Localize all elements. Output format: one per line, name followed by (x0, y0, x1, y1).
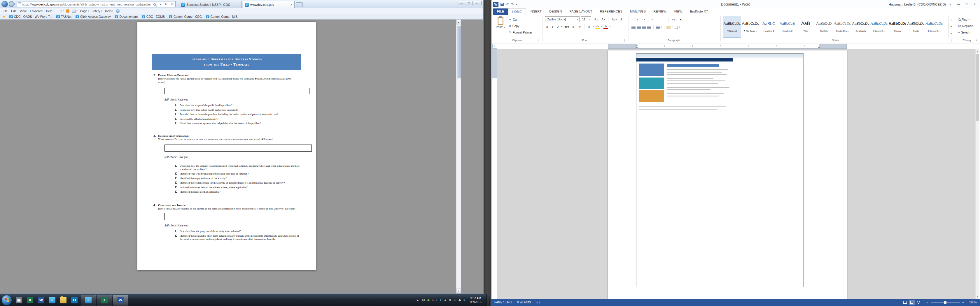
style-no-spacing[interactable]: AaBbCcDc¶ No Spac... (741, 16, 759, 38)
checkbox[interactable] (175, 109, 177, 111)
taskbar-clock[interactable]: 9:07 AM 9/7/2016 (468, 296, 484, 304)
style-title[interactable]: AaBTitle (797, 16, 815, 38)
checkbox[interactable] (175, 186, 177, 188)
bold-button[interactable]: B (545, 24, 549, 29)
tab-close-icon[interactable]: × (291, 3, 292, 6)
tools-menu-button[interactable]: Tools▾ (104, 10, 113, 13)
tab-file[interactable]: FILE (493, 8, 508, 15)
undo-button[interactable]: ↶ (506, 2, 509, 6)
maximize-button[interactable]: □ (963, 2, 970, 7)
font-color-button[interactable]: A (603, 24, 608, 29)
proofing-status-icon[interactable]: ✓ (536, 301, 540, 304)
scroll-up-button[interactable]: ▲ (457, 19, 461, 24)
feeds-button[interactable] (66, 10, 69, 13)
browser-tab-wwwdev[interactable]: e wwwdev.cdc.gov × (243, 1, 294, 8)
checkbox[interactable] (175, 182, 177, 184)
menu-file[interactable]: File (3, 10, 8, 13)
favorite-link-comm-corps-cdc[interactable]: eComm. Corps - CDC (167, 14, 204, 19)
bullets-button[interactable] (632, 18, 636, 21)
grow-font-button[interactable]: A▴ (593, 17, 599, 22)
tray-mail-icon[interactable]: ✉ (422, 298, 425, 302)
tab-page-layout[interactable]: PAGE LAYOUT (566, 8, 596, 15)
copy-button[interactable]: ⧉Copy (509, 23, 519, 29)
zoom-out-button[interactable]: − (927, 301, 928, 304)
style-normal[interactable]: AaBbCcDc¶ Normal (723, 16, 741, 38)
search-icon[interactable] (152, 2, 157, 7)
style-quote[interactable]: AaBbCcDcQuote (907, 16, 925, 38)
response-input-success-story-narrative[interactable] (164, 144, 312, 152)
home-button[interactable]: ⌂▾ (60, 9, 64, 13)
change-case-button[interactable]: Aa▾ (611, 17, 618, 22)
decrease-indent-button[interactable] (657, 18, 661, 21)
word-page[interactable] (608, 51, 847, 299)
tab-design[interactable]: DESIGN (546, 8, 566, 15)
style-subtitle[interactable]: AaBbCcDSubtitle (815, 16, 833, 38)
tab-view[interactable]: VIEW (670, 8, 686, 15)
print-layout-button[interactable] (909, 300, 915, 305)
close-button[interactable]: × (472, 1, 482, 5)
tab-stop-selector[interactable]: L (492, 44, 497, 49)
zoom-percentage[interactable]: 100% (966, 301, 977, 304)
multilevel-list-button[interactable] (646, 18, 651, 21)
checkbox[interactable] (175, 190, 177, 193)
tab-review[interactable]: REVIEW (649, 8, 670, 15)
zoom-slider[interactable] (931, 302, 960, 303)
style-emphasis[interactable]: AaBbCcDcEmphasis (852, 16, 870, 38)
find-button[interactable]: Find▾ (958, 17, 969, 22)
scrollbar-thumb[interactable] (976, 54, 979, 121)
font-size-combobox[interactable]: 11▾ (581, 16, 591, 22)
zoom-slider-thumb[interactable] (944, 301, 947, 304)
url-text[interactable]: https://wwwdev.cdc.gov/nssp/documents/at… (22, 3, 151, 6)
taskbar-running-internet-explorer[interactable]: e (81, 295, 96, 305)
select-button[interactable]: ⌖Select▾ (958, 29, 972, 35)
tray-app-icon[interactable]: ▪ (436, 298, 438, 302)
minimize-button[interactable]: — (955, 2, 962, 7)
back-button[interactable]: ← (2, 1, 8, 7)
web-layout-button[interactable] (916, 300, 921, 305)
checkbox[interactable] (175, 165, 177, 167)
read-mode-button[interactable] (902, 300, 908, 305)
paste-button[interactable]: Paste ▾ (494, 16, 507, 38)
taskbar-running-word[interactable]: W (113, 295, 128, 305)
help-button[interactable]: ? (116, 9, 119, 13)
favorite-link-documentum[interactable]: eDocumentum (113, 14, 139, 19)
response-input-public-health-problem[interactable] (164, 88, 309, 94)
styles-scroll-up-button[interactable]: ▲ (948, 16, 954, 23)
style-heading-2[interactable]: AaBbCcEHeading 2 (778, 16, 796, 38)
favorite-link-tasnet[interactable]: eTASNet (54, 14, 73, 19)
print-button[interactable]: ▾ (72, 10, 78, 13)
stop-button[interactable]: × (169, 2, 174, 7)
styles-dialog-launcher[interactable] (951, 40, 954, 42)
increase-indent-button[interactable] (662, 18, 667, 21)
show-hidden-icons-button[interactable]: ▲ (415, 299, 420, 301)
close-button[interactable]: × (971, 2, 978, 7)
text-effects-button[interactable]: A (587, 24, 592, 29)
checkbox[interactable] (175, 235, 177, 237)
vertical-ruler[interactable] (492, 49, 497, 299)
favorite-link-citrix[interactable]: eCitrix Access Gateway (73, 14, 113, 19)
signed-in-user[interactable]: Hausman, Leslie B. (CDC/OID/NCEZID) (889, 3, 946, 6)
horizontal-ruler[interactable]: 1 2 3 4 5 6 (608, 44, 847, 49)
align-center-button[interactable] (637, 25, 641, 29)
tray-antivirus-icon[interactable]: ◆ (427, 298, 430, 302)
taskbar-pinned-app[interactable]: ▣ (13, 295, 24, 306)
page-menu-button[interactable]: Page▾ (80, 10, 89, 13)
tab-endnote[interactable]: EndNote X7 (686, 8, 712, 15)
ribbon-display-options-button[interactable]: ∧ (947, 2, 954, 7)
tab-mailings[interactable]: MAILINGS (626, 8, 649, 15)
checkbox[interactable] (175, 104, 177, 106)
style-subtle-emphasis[interactable]: AaBbCcDcSubtle Em... (833, 16, 851, 38)
shading-button[interactable] (667, 25, 671, 29)
taskbar-pinned-internet-explorer[interactable]: e (47, 295, 58, 306)
new-tab-button[interactable] (296, 2, 303, 7)
justify-button[interactable] (647, 25, 651, 29)
maximize-button[interactable]: □ (465, 1, 473, 5)
browser-tab-success-stories[interactable]: e Success Stories | NSSP | CDC (179, 1, 242, 8)
favorite-link-cdc-eoms[interactable]: eCDC - EOMS (140, 14, 167, 19)
style-heading-1[interactable]: AaBbCHeading 1 (760, 16, 778, 38)
menu-help[interactable]: Help (46, 10, 52, 13)
numbering-button[interactable] (639, 18, 643, 21)
tray-status-icon[interactable]: ● (432, 298, 434, 302)
checkbox[interactable] (175, 113, 177, 115)
text-highlight-button[interactable]: ab (595, 24, 600, 29)
